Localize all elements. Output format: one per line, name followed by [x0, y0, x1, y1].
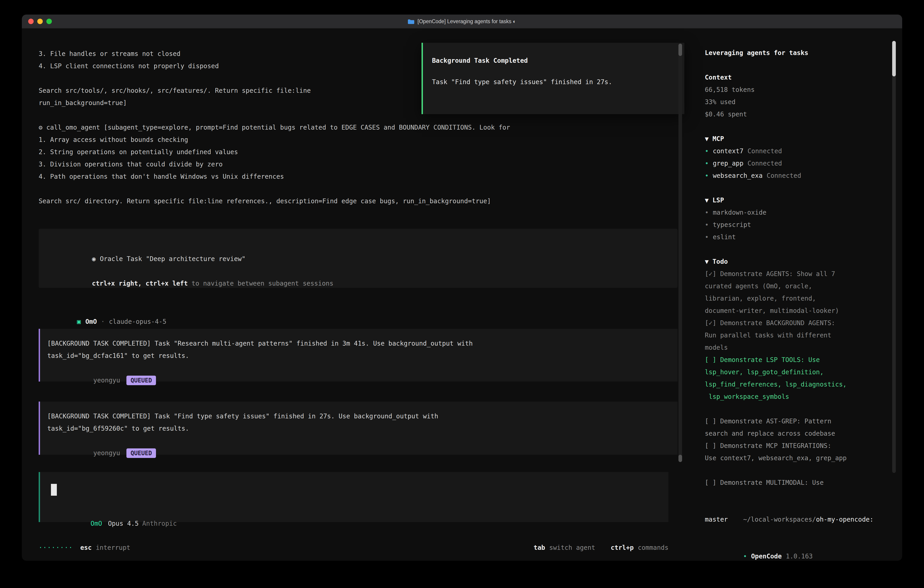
tab-key-hint: tab — [534, 542, 545, 554]
todo-line — [705, 403, 902, 415]
traffic-lights — [28, 19, 52, 24]
ctrlp-key-label: commands — [638, 542, 668, 554]
context-spent: $0.46 spent — [705, 108, 902, 121]
tab-key-label: switch agent — [549, 542, 595, 554]
todo-line: search and replace across codebase — [705, 428, 902, 440]
bullet-icon: • — [705, 172, 709, 179]
titlebar: [OpenCode] Leveraging agents for tasks ◐ — [22, 15, 902, 29]
toast-title: Background Task Completed — [432, 55, 684, 67]
todo-line: [ ] Demonstrate MCP INTEGRATIONS: — [705, 440, 902, 452]
text-cursor — [51, 484, 57, 496]
transcript-line: 1. Array access without bounds checking — [39, 134, 510, 146]
transcript-line: 2. String operations on potentially unde… — [39, 146, 510, 158]
main-scrollbar-thumb[interactable] — [678, 44, 682, 56]
message-author: yeongyu — [93, 449, 120, 457]
bullet-icon: • — [705, 233, 709, 241]
close-button[interactable] — [28, 19, 34, 24]
folder-icon — [408, 19, 414, 24]
mcp-item: •websearch_exaConnected — [705, 170, 902, 182]
mcp-section-toggle[interactable]: ▼ MCP — [705, 133, 902, 145]
background-task-message: [BACKGROUND TASK COMPLETED] Task "Find t… — [39, 401, 678, 455]
esc-key-label: interrupt — [96, 542, 130, 554]
sidebar: Leveraging agents for tasks Context 66,5… — [686, 29, 902, 561]
todo-line: [✓] Demonstrate AGENTS: Show all 7 — [705, 268, 902, 280]
bullet-icon: • — [705, 160, 709, 167]
mcp-item: •grep_appConnected — [705, 157, 902, 170]
input-model-label: Opus 4.5 — [108, 520, 139, 527]
terminal-main-pane: 3. File handles or streams not closed4. … — [22, 29, 686, 561]
oracle-task-title-row: ◉Oracle Task "Deep architecture review" — [46, 241, 678, 253]
transcript-line: ⚙ call_omo_agent [subagent_type=explore,… — [39, 121, 510, 134]
desktop: [OpenCode] Leveraging agents for tasks ◐… — [0, 0, 924, 588]
main-scrollbar[interactable] — [678, 44, 682, 462]
todo-line: lsp_workspace_symbols — [705, 391, 902, 403]
workspace-path: ~/local-workspaces/oh-my-opencode: — [705, 501, 902, 514]
sidebar-title: Leveraging agents for tasks — [705, 47, 902, 59]
lsp-section-toggle[interactable]: ▼ LSP — [705, 194, 902, 206]
input-meta: OmOOpus 4.5Anthropic — [45, 505, 177, 517]
prompt-input[interactable]: OmOOpus 4.5Anthropic — [39, 472, 668, 522]
agent-name: OmO — [85, 318, 97, 325]
todo-line: [ ] Demonstrate MULTIMODAL: Use — [705, 477, 902, 489]
main-scrollbar-thumb-bottom[interactable] — [678, 455, 682, 462]
oracle-task-hint-row: ctrl+x right, ctrl+x left to navigate be… — [46, 265, 678, 302]
background-task-toast: Background Task Completed Task "Find typ… — [422, 43, 684, 114]
message-line: task_id="bg_dcfac161" to get results. — [47, 350, 678, 362]
todo-line: Use context7, websearch_exa, grep_app — [705, 452, 902, 464]
todo-line: lsp_find_references, lsp_diagnostics, — [705, 378, 902, 391]
sidebar-scrollbar[interactable] — [892, 41, 896, 473]
todo-line: models — [705, 342, 902, 354]
lsp-item: •eslint — [705, 231, 902, 243]
lsp-item: •markdown-oxide — [705, 206, 902, 219]
message-meta: yeongyuQUEUED — [47, 362, 678, 374]
app-version: 1.0.163 — [786, 553, 813, 560]
agent-header: ▣OmO·claude-opus-4-5 — [39, 303, 167, 315]
bullet-icon: • — [705, 147, 709, 155]
bullet-icon: • — [705, 209, 709, 216]
transcript-line: 3. Division operations that could divide… — [39, 158, 510, 170]
sidebar-scrollbar-thumb[interactable] — [892, 41, 896, 76]
esc-key-hint: esc — [80, 542, 92, 554]
agent-model: claude-opus-4-5 — [109, 318, 167, 325]
input-provider-label: Anthropic — [142, 520, 177, 527]
todo-line — [705, 464, 902, 477]
ctrlp-key-hint: ctrl+p — [611, 542, 634, 554]
todo-line: librarian, explore, frontend, — [705, 292, 902, 305]
lsp-item: •typescript — [705, 219, 902, 231]
todo-line: document-writer, multimodal-looker) — [705, 305, 902, 317]
app-name: OpenCode — [751, 553, 782, 560]
transcript-line: 4. Path operations that don't handle Win… — [39, 170, 510, 183]
oracle-task-title: Oracle Task "Deep architecture review" — [100, 255, 246, 263]
input-agent-label: OmO — [91, 520, 102, 527]
todo-section-toggle[interactable]: ▼ Todo — [705, 256, 902, 268]
mcp-list: •context7Connected•grep_appConnected•web… — [705, 145, 902, 182]
status-bar: ········ esc interrupt tab switch agent … — [39, 542, 668, 554]
lsp-list: •markdown-oxide•typescript•eslint — [705, 206, 902, 243]
transcript-line: Search src/ directory. Return specific f… — [39, 195, 510, 207]
zoom-button[interactable] — [46, 19, 52, 24]
spinner-dots-icon: ········ — [39, 542, 73, 554]
transcript-line — [39, 183, 510, 195]
todo-list: [✓] Demonstrate AGENTS: Show all 7curate… — [705, 268, 902, 489]
hint-keys: ctrl+x right, ctrl+x left — [92, 280, 188, 287]
toast-body: Task "Find type safety issues" finished … — [432, 76, 684, 88]
context-used: 33% used — [705, 96, 902, 108]
minimize-button[interactable] — [37, 19, 43, 24]
hint-text: to navigate between subagent sessions — [188, 280, 333, 287]
message-line: task_id="bg_6f59260c" to get results. — [47, 423, 678, 435]
context-heading: Context — [705, 71, 902, 84]
bullet-icon: • — [743, 553, 747, 560]
window-content: 3. File handles or streams not closed4. … — [22, 29, 902, 561]
version-row: •OpenCode1.0.163 — [705, 538, 902, 550]
todo-line: curated agents (OmO, oracle, — [705, 280, 902, 292]
window-title-text: [OpenCode] Leveraging agents for tasks ◐ — [417, 15, 516, 28]
todo-line: [ ] Demonstrate AST-GREP: Pattern — [705, 415, 902, 428]
mcp-item: •context7Connected — [705, 145, 902, 157]
status-badge: QUEUED — [126, 376, 156, 385]
workspace-path-prefix: ~/local-workspaces/ — [743, 516, 816, 523]
agent-icon: ▣ — [77, 318, 81, 325]
message-author: yeongyu — [93, 377, 120, 384]
todo-line: [✓] Demonstrate BACKGROUND AGENTS: — [705, 317, 902, 329]
context-tokens: 66,518 tokens — [705, 84, 902, 96]
message-line: [BACKGROUND TASK COMPLETED] Task "Find t… — [47, 410, 678, 423]
